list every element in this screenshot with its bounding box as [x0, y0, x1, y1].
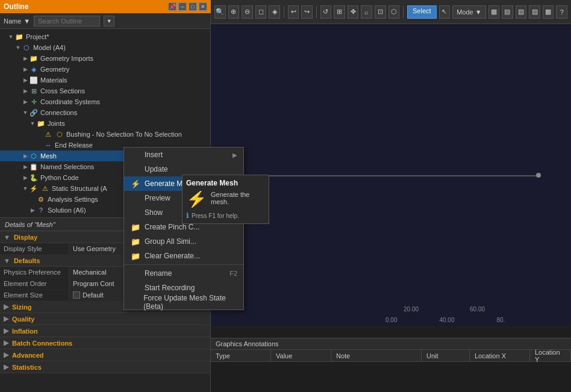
annotations-label: Graphics Annotations	[216, 340, 279, 347]
layout-btn1[interactable]: ▦	[488, 5, 500, 19]
preview-icon	[130, 193, 141, 204]
view3d-btn[interactable]: ⬡	[388, 5, 400, 19]
batch-connections-label: Batch Connections	[12, 340, 72, 347]
zoom-region-btn[interactable]: ⊞	[334, 5, 345, 19]
bushing-warning-icon: ⚠	[43, 129, 53, 139]
advanced-label: Advanced	[12, 352, 44, 359]
model-icon: ⬡	[22, 43, 31, 52]
sep1	[284, 6, 284, 18]
geom-imports-icon: 📁	[29, 54, 39, 63]
tree-toggle-python[interactable]: ▶	[22, 174, 29, 181]
statistics-label: Statistics	[12, 364, 42, 371]
viewport-ruler-2: 20.00 60.00	[211, 305, 571, 314]
top-toolbar: 🔍 ⊕ ⊖ ◻ ◈ ↩ ↪ ↺ ⊞ ✥ ⌕ ⊡ ⬡ Select ↖ Mode …	[211, 0, 571, 24]
advanced-expand-icon: ▶	[4, 351, 8, 359]
pin-btn[interactable]: 📌	[168, 2, 176, 11]
layout-btn4[interactable]: ▨	[529, 5, 540, 19]
ctx-start-recording[interactable]: Start Recording	[124, 281, 243, 295]
tooltip-title: Generate Mesh	[186, 179, 265, 187]
undo-btn[interactable]: ↩	[288, 5, 299, 19]
coord-label: Coordinate Systems	[40, 98, 100, 105]
zoom-fit-btn[interactable]: 🔍	[214, 5, 226, 19]
search-input[interactable]	[34, 16, 100, 26]
view-btn1[interactable]: ◻	[255, 5, 267, 19]
zoom-out-btn[interactable]: ⊖	[242, 5, 253, 19]
ctx-clear-generated[interactable]: 📁 Clear Generate...	[124, 249, 243, 263]
search-dropdown-btn[interactable]: ▼	[104, 16, 114, 26]
tree-toggle-project[interactable]: ▼	[7, 33, 14, 40]
connections-label: Connections	[40, 109, 77, 116]
ctx-force-update[interactable]: Force Update Mesh State (Beta)	[124, 295, 243, 310]
tree-toggle-coord[interactable]: ▶	[22, 98, 29, 105]
tree-toggle-geometry[interactable]: ▶	[22, 66, 29, 73]
zoom-sel-btn[interactable]: ⊡	[375, 5, 386, 19]
element-size-name: Element Size	[0, 290, 69, 300]
name-dropdown-icon[interactable]: ▼	[23, 17, 30, 25]
rotate-btn[interactable]: ↺	[320, 5, 332, 19]
tree-item-model[interactable]: ▼ ⬡ Model (A4)	[0, 42, 210, 53]
model-label: Model (A4)	[33, 44, 66, 51]
tree-item-connections[interactable]: ▼ 🔗 Connections	[0, 107, 210, 118]
inflation-expand-icon: ▶	[4, 327, 8, 335]
tree-toggle-joints[interactable]: ▼	[29, 120, 36, 127]
ctx-insert[interactable]: Insert ▶	[124, 148, 243, 162]
zoom-all-btn[interactable]: ⌕	[361, 5, 372, 19]
layout-btn2[interactable]: ▤	[502, 5, 513, 19]
section-quality[interactable]: ▶ Quality	[0, 313, 210, 325]
table-area: Type Value Note Unit Location X Location…	[211, 350, 571, 392]
cursor-btn[interactable]: ↖	[439, 5, 451, 19]
materials-label: Materials	[40, 76, 67, 84]
ruler-40: 40.00	[439, 317, 454, 323]
tree-toggle-named[interactable]: ▶	[22, 163, 29, 170]
minimize-btn[interactable]: ─	[178, 2, 187, 11]
mesh-icon: ⬡	[29, 151, 39, 161]
quality-expand-icon: ▶	[4, 315, 8, 323]
tree-toggle-geom-imports[interactable]: ▶	[22, 55, 29, 62]
close-btn[interactable]: ✕	[199, 2, 207, 11]
ctx-group-all[interactable]: 📁 Group All Simi...	[124, 234, 243, 249]
force-update-icon	[130, 297, 140, 308]
tree-toggle-solution[interactable]: ▶	[29, 207, 36, 214]
tree-toggle-connections[interactable]: ▼	[22, 109, 29, 116]
tree-item-coord-systems[interactable]: ▶ ✛ Coordinate Systems	[0, 96, 210, 107]
redo-btn[interactable]: ↪	[301, 5, 313, 19]
help-btn[interactable]: ?	[556, 5, 567, 19]
element-size-checkbox[interactable]	[73, 291, 80, 299]
connections-icon: 🔗	[29, 108, 39, 117]
tree-toggle-materials[interactable]: ▶	[22, 76, 29, 84]
tree-item-joints[interactable]: ▼ 📁 Joints	[0, 118, 210, 129]
layout-btn3[interactable]: ▧	[516, 5, 527, 19]
display-expand-icon: ▼	[4, 234, 10, 241]
sizing-expand-icon: ▶	[4, 303, 8, 311]
tree-toggle-model[interactable]: ▼	[14, 44, 22, 51]
insert-arrow-icon: ▶	[232, 152, 237, 158]
end-release-label: End Release	[55, 142, 93, 149]
zoom-in-btn[interactable]: ⊕	[228, 5, 240, 19]
tree-item-project[interactable]: ▼ 📁 Project*	[0, 31, 210, 42]
tree-toggle-mesh[interactable]: ▶	[22, 152, 29, 160]
tree-item-cross-sections[interactable]: ▶ ⊞ Cross Sections	[0, 86, 210, 96]
section-statistics[interactable]: ▶ Statistics	[0, 361, 210, 373]
view-btn2[interactable]: ◈	[269, 5, 280, 19]
inflation-label: Inflation	[12, 328, 38, 335]
joints-label: Joints	[48, 120, 65, 127]
tree-toggle-static[interactable]: ▼	[22, 185, 29, 192]
mode-button[interactable]: Mode ▼	[452, 5, 485, 19]
tree-item-geom-imports[interactable]: ▶ 📁 Geometry Imports	[0, 53, 210, 64]
tree-toggle-analysis	[29, 196, 36, 203]
section-advanced[interactable]: ▶ Advanced	[0, 349, 210, 361]
section-batch-connections[interactable]: ▶ Batch Connections	[0, 337, 210, 349]
tree-item-geometry[interactable]: ▶ ◈ Geometry	[0, 64, 210, 75]
pan-btn[interactable]: ✥	[348, 5, 359, 19]
quality-label: Quality	[12, 316, 34, 323]
maximize-btn[interactable]: □	[189, 2, 197, 11]
section-inflation[interactable]: ▶ Inflation	[0, 325, 210, 337]
ctx-create-pinch-label: Create Pinch C...	[145, 223, 199, 231]
tree-item-bushing[interactable]: ⚠ ⬡ Bushing - No Selection To No Selecti…	[0, 129, 210, 140]
select-button[interactable]: Select	[407, 5, 437, 19]
outline-title: Outline	[4, 2, 168, 11]
tree-toggle-cross[interactable]: ▶	[22, 87, 29, 95]
ctx-rename[interactable]: Rename F2	[124, 266, 243, 281]
layout-btn5[interactable]: ▩	[543, 5, 554, 19]
tree-item-materials[interactable]: ▶ ⬜ Materials	[0, 75, 210, 86]
